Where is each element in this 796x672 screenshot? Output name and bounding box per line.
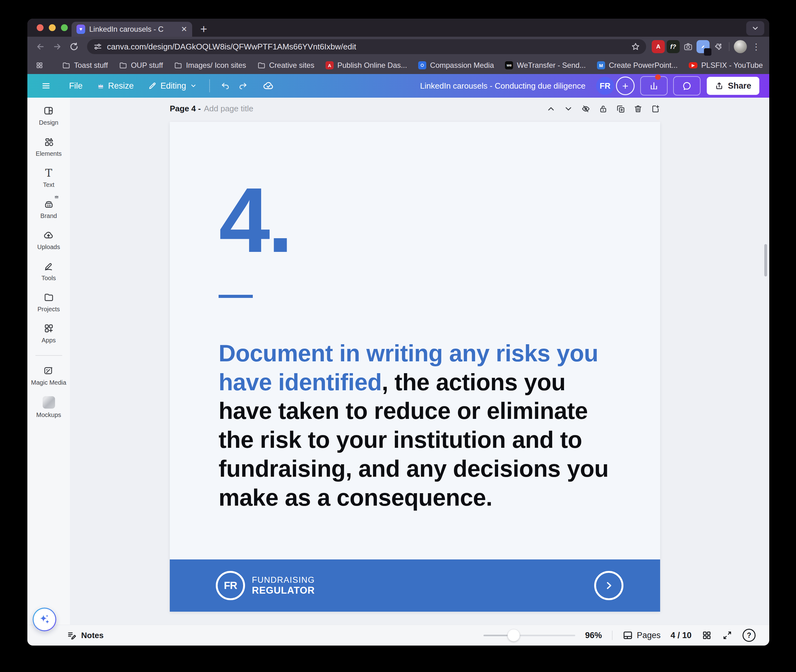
browser-toolbar: canva.com/design/DAGkOQLW8is/QFWwPTF1AMs… xyxy=(27,37,769,57)
forward-button[interactable] xyxy=(50,39,65,54)
workspace: Page 4 - Add page title 4. Document xyxy=(70,98,769,625)
bookmark-label: PLSFIX - YouTube xyxy=(701,61,763,70)
help-button[interactable]: ? xyxy=(743,629,756,642)
notes-label: Notes xyxy=(81,630,104,640)
sidebar-item-projects[interactable]: Projects xyxy=(37,292,60,313)
hide-page-button[interactable] xyxy=(581,104,590,114)
sidebar-item-design[interactable]: Design xyxy=(39,105,58,126)
main-menu-button[interactable] xyxy=(37,77,55,94)
profile-avatar[interactable] xyxy=(734,40,747,53)
brand-wordmark: FUNDRAISING REGULATOR xyxy=(252,575,315,596)
zoom-level[interactable]: 96% xyxy=(585,630,602,640)
editor-sidebar: Design Elements T Text co Brand Uploads xyxy=(27,98,70,625)
minimize-window-button[interactable] xyxy=(49,24,56,31)
bookmark-toast-stuff[interactable]: Toast stuff xyxy=(62,61,108,70)
extensions-puzzle-icon[interactable] xyxy=(711,40,724,53)
cloud-saved-icon xyxy=(260,77,277,94)
pages-label: Pages xyxy=(637,630,661,640)
undo-button[interactable] xyxy=(217,77,234,94)
window-controls[interactable] xyxy=(37,24,68,31)
address-bar[interactable]: canva.com/design/DAGkOQLW8is/QFWwPTF1AMs… xyxy=(87,39,646,54)
lock-page-button[interactable] xyxy=(599,104,608,114)
accent-divider[interactable] xyxy=(219,295,253,298)
add-collaborator-button[interactable]: + xyxy=(616,77,635,95)
insights-button[interactable] xyxy=(640,76,668,96)
zoom-slider-thumb[interactable] xyxy=(507,629,520,642)
sidebar-item-elements[interactable]: Elements xyxy=(36,136,62,157)
sidebar-item-uploads[interactable]: Uploads xyxy=(37,229,60,251)
sidebar-item-apps[interactable]: Apps xyxy=(42,323,56,344)
apps-grid-icon[interactable] xyxy=(35,61,43,69)
bookmark-star-icon[interactable] xyxy=(631,42,640,51)
tab-strip: ♥ LinkedIn carousels - Conducti ✕ + xyxy=(27,19,769,37)
bookmark-compassion-media[interactable]: Compassion Media xyxy=(418,61,494,70)
duplicate-page-button[interactable] xyxy=(616,104,625,114)
zoom-window-button[interactable] xyxy=(61,24,68,31)
move-page-down-button[interactable] xyxy=(564,104,573,114)
fullscreen-button[interactable] xyxy=(722,630,732,641)
fonts-extension-icon[interactable]: f? xyxy=(667,40,680,53)
status-separator xyxy=(612,630,612,640)
resize-label: Resize xyxy=(108,81,134,91)
vertical-scrollbar[interactable] xyxy=(764,244,767,277)
bookmark-creative-sites[interactable]: Creative sites xyxy=(257,61,314,70)
sidebar-item-label: Projects xyxy=(37,306,60,313)
bookmark-oup-stuff[interactable]: OUP stuff xyxy=(119,61,163,70)
site-info-icon[interactable] xyxy=(93,42,102,51)
grid-view-button[interactable] xyxy=(702,630,712,641)
svg-text:co: co xyxy=(46,203,51,207)
sidebar-item-brand[interactable]: co Brand xyxy=(40,198,57,219)
delete-page-button[interactable] xyxy=(633,104,643,114)
bookmark-label: Toast stuff xyxy=(74,61,108,70)
bookmark-wetransfer[interactable]: we WeTransfer - Send... xyxy=(505,61,585,70)
camera-extension-icon[interactable] xyxy=(682,40,695,53)
bookmark-plsfix-youtube[interactable]: ▶ PLSFIX - YouTube xyxy=(689,61,763,70)
sidebar-item-label: Tools xyxy=(42,275,56,282)
zoom-slider[interactable] xyxy=(484,635,575,636)
loom-extension-icon[interactable] xyxy=(697,40,710,53)
bookmark-images-icon-sites[interactable]: Images/ Icon sites xyxy=(174,61,246,70)
sidebar-item-magic-media[interactable]: Magic Media xyxy=(31,365,66,386)
step-number-text[interactable]: 4. xyxy=(219,174,291,266)
document-title[interactable]: LinkedIn carousels - Conducting due dili… xyxy=(420,81,585,91)
adobe-icon: A xyxy=(326,61,334,69)
editor-toolbar: File Resize Editing LinkedIn carousels -… xyxy=(27,74,769,98)
tab-title: LinkedIn carousels - Conducti xyxy=(89,25,163,34)
add-page-button[interactable] xyxy=(651,104,660,114)
sidebar-item-label: Text xyxy=(43,181,54,189)
back-button[interactable] xyxy=(33,39,48,54)
sidebar-item-text[interactable]: T Text xyxy=(43,167,54,189)
resize-button[interactable]: Resize xyxy=(97,81,134,91)
move-page-up-button[interactable] xyxy=(546,104,556,114)
share-button[interactable]: Share xyxy=(707,77,759,95)
reload-button[interactable] xyxy=(67,39,82,54)
page-title-input[interactable]: Add page title xyxy=(204,104,253,114)
notes-button[interactable]: Notes xyxy=(67,630,104,640)
notes-icon xyxy=(67,630,77,640)
canva-assistant-button[interactable] xyxy=(33,608,56,631)
canvas-footer-band[interactable]: FR FUNDRAISING REGULATOR xyxy=(170,560,660,612)
close-window-button[interactable] xyxy=(37,24,43,31)
pages-button[interactable]: Pages xyxy=(622,630,661,641)
extension-badge xyxy=(704,48,711,56)
browser-menu-icon[interactable]: ⋮ xyxy=(749,42,764,52)
tab-close-icon[interactable]: ✕ xyxy=(181,26,187,33)
tab-search-button[interactable] xyxy=(746,21,764,35)
sidebar-item-tools[interactable]: Tools xyxy=(42,261,56,282)
bookmark-label: Images/ Icon sites xyxy=(186,61,246,70)
design-icon xyxy=(43,105,54,116)
collaborator-avatar[interactable]: FR xyxy=(596,77,614,95)
redo-button[interactable] xyxy=(234,77,251,94)
adobe-acrobat-extension-icon[interactable]: A xyxy=(652,40,665,53)
bookmark-publish-online[interactable]: A Publish Online Das... xyxy=(326,61,407,70)
new-tab-button[interactable]: + xyxy=(200,23,207,35)
bookmark-create-powerpoint[interactable]: M Create PowerPoint... xyxy=(597,61,678,70)
editing-mode-dropdown[interactable]: Editing xyxy=(148,81,197,91)
url-text[interactable]: canva.com/design/DAGkOQLW8is/QFWwPTF1AMs… xyxy=(107,42,626,52)
browser-tab[interactable]: ♥ LinkedIn carousels - Conducti ✕ xyxy=(72,22,192,37)
design-canvas-page[interactable]: 4. Document in writing any risks you hav… xyxy=(170,122,660,612)
comments-button[interactable] xyxy=(673,76,700,96)
body-text[interactable]: Document in writing any risks you have i… xyxy=(219,339,614,512)
sidebar-item-mockups[interactable]: Mockups xyxy=(36,396,61,419)
file-menu[interactable]: File xyxy=(69,81,83,91)
